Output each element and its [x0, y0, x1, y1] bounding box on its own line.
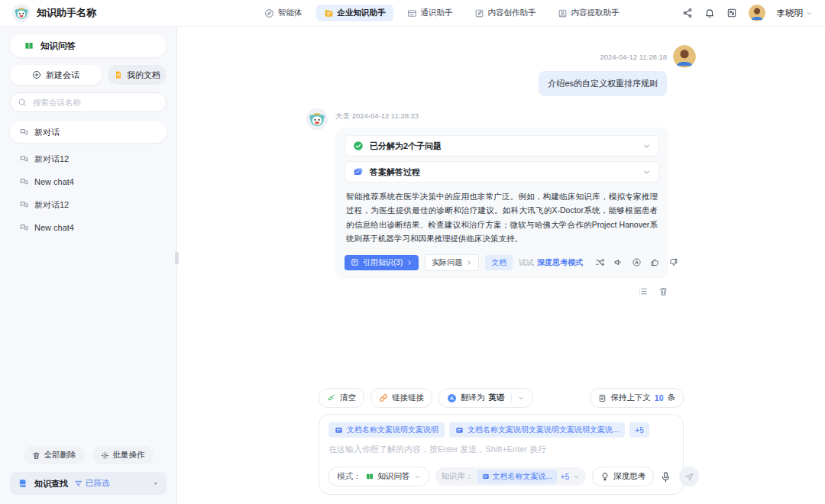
message-tools [335, 286, 668, 296]
user-name: 李晓明 [777, 8, 804, 19]
user-menu[interactable]: 李晓明 [777, 8, 814, 19]
chevron-down-icon [518, 395, 525, 402]
doc-chip-label: 文档名称文案说明文案说明文案说明文案说... [467, 425, 619, 435]
doc-chip[interactable]: 文档名称文案说明文案说明文案说明文案说... [449, 422, 625, 438]
chevron-right-icon [466, 260, 472, 266]
conversation-search[interactable] [10, 92, 167, 112]
tab-content-creation[interactable]: 内容创作助手 [467, 5, 544, 21]
tab-label: 内容创作助手 [488, 8, 536, 18]
conversation-item[interactable]: 新对话12 [10, 193, 167, 216]
assistant-avatar-monkey [306, 108, 328, 130]
chevron-down-icon [806, 10, 813, 17]
shuffle-icon[interactable] [595, 257, 605, 267]
conversation-label: 新对话 [34, 127, 60, 138]
list-icon[interactable] [638, 286, 648, 296]
sidebar-item-knowledge-qa[interactable]: 知识问答 [10, 34, 167, 57]
tab-label: 智能体 [278, 8, 302, 18]
assistant-message: 大圣 2024-04-12 11:28:23 已分解为2个子问题 [306, 108, 696, 296]
sidebar: 知识问答 新建会话 我的文档 新对话 [0, 27, 177, 504]
chevron-down-icon [573, 473, 580, 480]
keep-context-button[interactable]: 保持上下文 10 条 [590, 388, 684, 408]
composer-right-actions [660, 467, 699, 486]
cited-knowledge-button[interactable]: 引用知识(3) [345, 255, 419, 270]
green-book-icon [24, 40, 34, 51]
link-button[interactable]: 链接链接 [370, 388, 432, 408]
deep-think-mode-link[interactable]: 深度思考模式 [537, 257, 583, 268]
knowledge-base-selector[interactable]: 知识库： 文档名称文案说... +5 [435, 467, 587, 486]
conversation-item[interactable]: New chat4 [10, 216, 167, 239]
context-unit: 条 [668, 393, 676, 403]
chat-bubbles-icon [19, 200, 29, 210]
knowledge-assistant-app: 知识助手名称 智能体 企业知识助手 通识助手 内容创作助手 内容提取助手 [0, 0, 825, 504]
translate-button[interactable]: 翻译为 英语 [438, 388, 533, 408]
conversation-label: New chat4 [34, 177, 74, 186]
chevron-down-icon[interactable] [642, 168, 651, 176]
tab-general-assistant[interactable]: 通识助手 [400, 5, 461, 21]
user-message: 2024-04-12 11:28:18 介绍es的自定义权重排序规则 [306, 45, 696, 96]
microphone-icon[interactable] [660, 471, 671, 483]
mode-label: 模式： [337, 471, 361, 482]
thumbs-up-icon[interactable] [650, 257, 660, 267]
folder-icon [324, 8, 334, 18]
cite-book-icon [351, 258, 359, 267]
context-count: 10 [655, 393, 664, 402]
actual-question-button[interactable]: 实际问题 [425, 254, 479, 271]
notification-bell-icon[interactable] [704, 8, 715, 18]
compass-icon [264, 8, 274, 18]
button-label: 链接链接 [392, 393, 424, 403]
send-button[interactable] [679, 467, 699, 486]
collapsible-answer-process[interactable]: 答案解答过程 [345, 161, 659, 183]
doc-chip-icon [455, 426, 464, 435]
button-label: 实际问题 [432, 257, 462, 268]
blue-book-icon [18, 478, 28, 489]
answer-footer: 引用知识(3) 实际问题 文档 试试 [345, 254, 659, 271]
delete-all-button[interactable]: 全部删除 [24, 446, 85, 464]
main-area: 2024-04-12 11:28:18 介绍es的自定义权重排序规则 [177, 27, 825, 504]
answer-action-icons [595, 257, 678, 267]
doc-chip-icon [482, 473, 490, 480]
doc-chip[interactable]: 文档名称文案说明文案说明 [328, 422, 445, 438]
translate-a-icon[interactable] [632, 257, 642, 267]
header-actions: 李晓明 [682, 5, 814, 21]
tab-content-extraction[interactable]: 内容提取助手 [550, 5, 627, 21]
tab-agents[interactable]: 智能体 [257, 5, 310, 21]
button-label: 我的文档 [127, 69, 160, 81]
filtered-badge[interactable]: 已筛选 [74, 478, 110, 489]
share-icon[interactable] [682, 8, 693, 18]
mode-selector[interactable]: 模式： 知识问答 [328, 467, 429, 486]
deep-think-toggle[interactable]: 深度思考 [592, 467, 654, 486]
expand-caret-icon[interactable] [153, 480, 159, 486]
speaker-icon[interactable] [613, 257, 623, 267]
chat-bubbles-icon [19, 177, 29, 187]
conversation-item[interactable]: 新对话12 [10, 147, 167, 170]
tab-enterprise-knowledge[interactable]: 企业知识助手 [316, 5, 393, 21]
clear-button[interactable]: 清空 [319, 388, 364, 408]
user-message-bubble: 介绍es的自定义权重排序规则 [539, 71, 667, 96]
conversation-item-active[interactable]: 新对话 [10, 121, 167, 143]
thumbs-down-icon[interactable] [668, 257, 678, 267]
badge-label: 已筛选 [86, 478, 110, 489]
collapsible-subquestions[interactable]: 已分解为2个子问题 [345, 135, 659, 157]
qr-code-icon[interactable] [726, 8, 737, 18]
user-message-avatar [673, 45, 696, 68]
new-conversation-button[interactable]: 新建会话 [10, 65, 102, 85]
batch-operation-button[interactable]: 批量操作 [92, 446, 154, 464]
delete-message-icon[interactable] [658, 286, 668, 296]
kb-doc-label: 文档名称文案说... [493, 471, 552, 482]
kb-more-count: +5 [561, 473, 569, 481]
document-tag[interactable]: 文档 [485, 255, 513, 270]
my-documents-button[interactable]: 我的文档 [108, 65, 167, 85]
message-input[interactable] [328, 444, 674, 457]
composer-controls: 模式： 知识问答 知识库： 文档名称文案说... +5 [328, 467, 674, 486]
knowledge-search-bar[interactable]: 知识查找 已筛选 [10, 472, 167, 495]
sidebar-resize-handle[interactable] [175, 252, 179, 264]
conversation-item[interactable]: New chat4 [10, 170, 167, 193]
chevron-down-icon[interactable] [642, 142, 651, 150]
more-docs-chip[interactable]: +5 [629, 422, 649, 438]
user-avatar[interactable] [749, 5, 765, 21]
app-logo-monkey-icon [12, 4, 31, 22]
collapsible-label: 已分解为2个子问题 [370, 141, 442, 152]
assistant-card: 已分解为2个子问题 答案解答过程 智能推荐系统在医学决策中的应用也非常广泛。例如… [335, 128, 668, 279]
search-input[interactable] [31, 97, 159, 108]
header: 知识助手名称 智能体 企业知识助手 通识助手 内容创作助手 内容提取助手 [0, 0, 825, 27]
